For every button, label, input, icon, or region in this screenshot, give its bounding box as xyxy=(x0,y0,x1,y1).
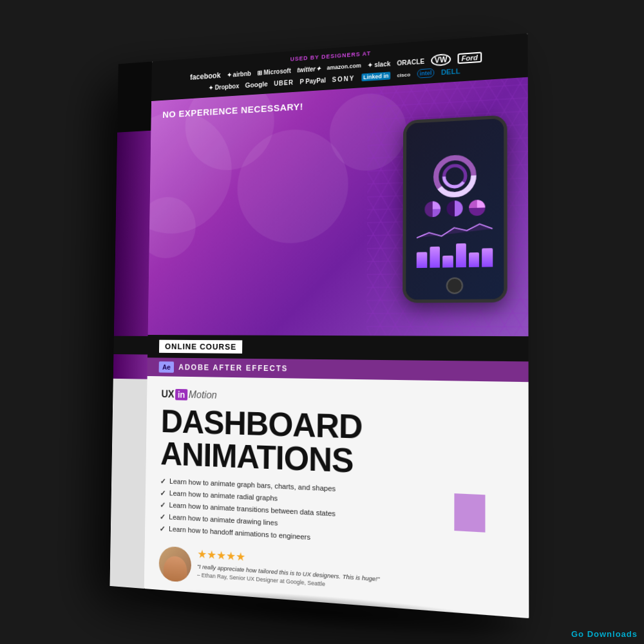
logo-intel: intel xyxy=(417,68,434,79)
avatar xyxy=(158,545,191,582)
avatar-person xyxy=(163,555,187,582)
logo-facebook: facebook xyxy=(190,71,221,82)
bar-3 xyxy=(442,255,453,267)
logo-uber: UBER xyxy=(274,79,294,87)
bar-2 xyxy=(430,246,440,267)
logo-oracle: ORACLE xyxy=(397,57,424,66)
bar-6 xyxy=(482,248,493,267)
logo-linkedin: Linked in xyxy=(361,71,390,81)
testimonial-content: ★★★★★ "I really appreciate how tailored … xyxy=(197,548,380,591)
brand-in: in xyxy=(175,389,187,401)
front-top-purple: NO EXPERIENCE NECESSARY! xyxy=(148,77,529,336)
ae-icon: Ae xyxy=(159,361,175,373)
front-bottom: UX in Motion DASHBOARD ANIMATIONS Learn … xyxy=(144,376,529,618)
logo-paypal: P PayPal xyxy=(299,77,326,85)
brand-ux: UX xyxy=(161,389,174,401)
logo-ford: Ford xyxy=(457,52,482,64)
main-title: DASHBOARD ANIMATIONS xyxy=(160,405,511,484)
product-box: USED BY DESIGNERS AT facebook ✦ airbnb ⊞… xyxy=(109,31,557,620)
purple-accent-rect xyxy=(454,493,485,533)
watermark: Go Downloads xyxy=(571,629,638,639)
logo-dropbox: ✦ Dropbox xyxy=(209,82,240,91)
bar-4 xyxy=(456,243,466,267)
online-course-label: ONLINE COURSE xyxy=(159,340,243,354)
bar-chart xyxy=(417,240,493,267)
logo-microsoft: ⊞ Microsoft xyxy=(257,67,291,76)
phone-screen xyxy=(406,118,504,299)
phone-home-button xyxy=(446,278,462,294)
logo-dell: DELL xyxy=(441,67,460,76)
logo-cisco: cisco xyxy=(397,71,410,78)
logo-airbnb: ✦ airbnb xyxy=(227,70,251,78)
logo-amazon: amazon.com xyxy=(327,62,361,71)
logo-google: Google xyxy=(245,80,267,89)
black-strip: ONLINE COURSE xyxy=(147,335,528,361)
brand-motion: Motion xyxy=(189,389,217,401)
logo-slack: ✦ slack xyxy=(368,60,391,68)
phone-mockup xyxy=(402,115,507,303)
pie-charts xyxy=(423,198,486,218)
bar-1 xyxy=(417,252,427,268)
line-chart xyxy=(417,216,493,242)
ae-label: ADOBE AFTER EFFECTS xyxy=(178,363,288,373)
logo-vw: VW xyxy=(431,53,450,66)
bar-5 xyxy=(469,252,479,267)
circle-chart xyxy=(431,152,478,200)
logo-twitter: twitter✦ xyxy=(297,65,321,73)
box-front: USED BY DESIGNERS AT facebook ✦ airbnb ⊞… xyxy=(144,33,529,618)
logo-sony: SONY xyxy=(332,75,355,83)
